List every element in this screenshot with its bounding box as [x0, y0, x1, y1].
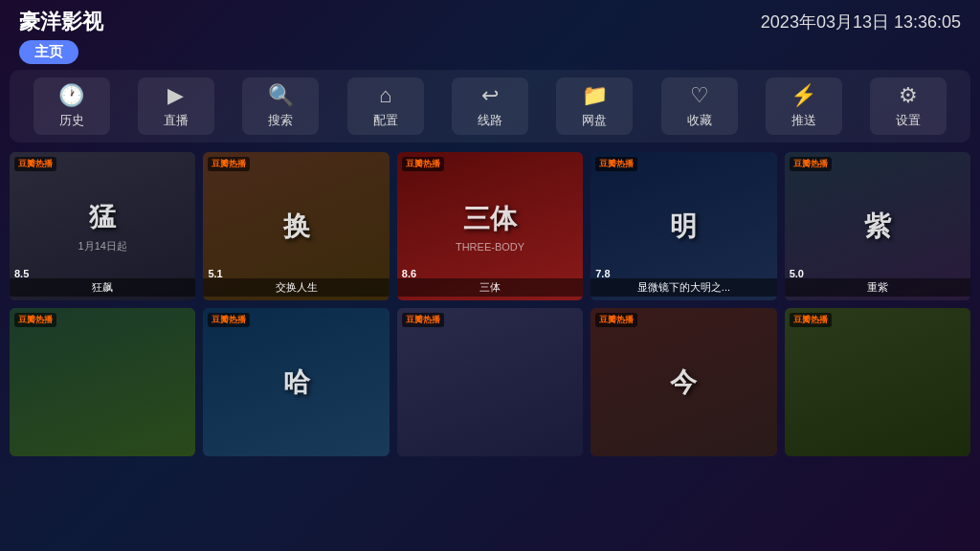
nav-item-live[interactable]: ▶直播 — [138, 77, 214, 135]
movie-card-3[interactable]: 三体THREE-BODY豆瓣热播8.6三体 — [397, 152, 583, 300]
home-badge[interactable]: 主页 — [19, 40, 78, 64]
movie-card-1[interactable]: 猛1月14日起豆瓣热播8.5狂飙 — [10, 152, 195, 300]
header: 豪洋影视 2023年03月13日 13:36:05 — [0, 0, 980, 40]
nav-icon-push: ⚡ — [791, 83, 816, 108]
card-main-text-3: 三体 — [463, 201, 517, 237]
nav-icon-config: ⌂ — [379, 83, 391, 108]
nav-label-settings: 设置 — [896, 112, 921, 129]
content-area: 猛1月14日起豆瓣热播8.5狂飙换豆瓣热播5.1交换人生三体THREE-BODY… — [0, 143, 980, 456]
movie-card-5[interactable]: 紫豆瓣热播5.0重紫 — [785, 152, 970, 300]
card-main-text-1: 猛 — [89, 199, 116, 235]
nav-item-search[interactable]: 🔍搜索 — [242, 77, 319, 135]
movie-badge-3: 豆瓣热播 — [402, 157, 444, 171]
card-main-text-5: 紫 — [864, 209, 891, 245]
movie-badge-7: 豆瓣热播 — [208, 313, 250, 327]
movie-card-4[interactable]: 明豆瓣热播7.8显微镜下的大明之... — [590, 152, 776, 300]
nav-item-config[interactable]: ⌂配置 — [347, 77, 424, 135]
nav-label-push: 推送 — [791, 112, 816, 129]
nav-label-live: 直播 — [164, 112, 189, 129]
nav-item-favorite[interactable]: ♡收藏 — [661, 77, 738, 135]
movie-badge-4: 豆瓣热播 — [595, 157, 637, 171]
nav-icon-settings: ⚙ — [899, 83, 918, 108]
nav-label-route: 线路 — [478, 112, 502, 129]
movie-title-5: 重紫 — [785, 278, 970, 297]
nav-bar: 🕐历史▶直播🔍搜索⌂配置↩线路📁网盘♡收藏⚡推送⚙设置 — [10, 70, 970, 143]
nav-label-search: 搜索 — [268, 112, 293, 129]
movie-badge-10: 豆瓣热播 — [790, 313, 832, 327]
card-main-text-4: 明 — [670, 209, 697, 245]
nav-icon-favorite: ♡ — [690, 83, 709, 108]
movie-title-2: 交换人生 — [203, 278, 389, 297]
movie-card-9[interactable]: 今豆瓣热播 — [590, 308, 776, 456]
movie-badge-2: 豆瓣热播 — [208, 157, 250, 171]
nav-label-config: 配置 — [373, 112, 398, 129]
nav-icon-route: ↩ — [481, 83, 499, 108]
card-main-text-9: 今 — [670, 364, 697, 401]
movie-card-10[interactable]: 豆瓣热播 — [785, 308, 970, 456]
movie-card-6[interactable]: 豆瓣热播 — [10, 308, 195, 456]
nav-label-history: 历史 — [59, 112, 84, 129]
movie-badge-8: 豆瓣热播 — [402, 313, 444, 327]
movie-card-7[interactable]: 哈豆瓣热播 — [203, 308, 389, 456]
nav-icon-live: ▶ — [167, 83, 184, 108]
nav-icon-search: 🔍 — [268, 83, 294, 108]
nav-item-route[interactable]: ↩线路 — [452, 77, 528, 135]
nav-item-push[interactable]: ⚡推送 — [766, 77, 842, 135]
nav-label-cloud: 网盘 — [582, 112, 607, 129]
nav-item-history[interactable]: 🕐历史 — [33, 77, 110, 135]
nav-icon-history: 🕐 — [58, 83, 84, 108]
card-main-text-7: 哈 — [283, 364, 310, 401]
home-badge-row: 主页 — [0, 40, 980, 70]
movie-title-4: 显微镜下的大明之... — [590, 278, 776, 297]
nav-item-settings[interactable]: ⚙设置 — [870, 77, 947, 135]
movie-badge-1: 豆瓣热播 — [14, 157, 56, 171]
movie-title-1: 狂飙 — [10, 278, 195, 297]
movie-card-8[interactable]: 豆瓣热播 — [397, 308, 583, 456]
app-title: 豪洋影视 — [19, 8, 103, 36]
card-sub-text-1: 1月14日起 — [78, 239, 127, 253]
nav-icon-cloud: 📁 — [582, 83, 608, 108]
movie-row-1: 猛1月14日起豆瓣热播8.5狂飙换豆瓣热播5.1交换人生三体THREE-BODY… — [10, 152, 970, 300]
nav-label-favorite: 收藏 — [687, 112, 712, 129]
movie-row-2: 豆瓣热播哈豆瓣热播豆瓣热播今豆瓣热播豆瓣热播 — [10, 308, 970, 456]
movie-card-2[interactable]: 换豆瓣热播5.1交换人生 — [203, 152, 389, 300]
datetime: 2023年03月13日 13:36:05 — [761, 11, 961, 33]
card-sub-text-3: THREE-BODY — [456, 241, 524, 253]
movie-badge-5: 豆瓣热播 — [790, 157, 832, 171]
nav-item-cloud[interactable]: 📁网盘 — [556, 77, 633, 135]
movie-badge-6: 豆瓣热播 — [14, 313, 56, 327]
card-main-text-2: 换 — [283, 209, 310, 245]
movie-badge-9: 豆瓣热播 — [595, 313, 637, 327]
movie-title-3: 三体 — [397, 278, 583, 297]
